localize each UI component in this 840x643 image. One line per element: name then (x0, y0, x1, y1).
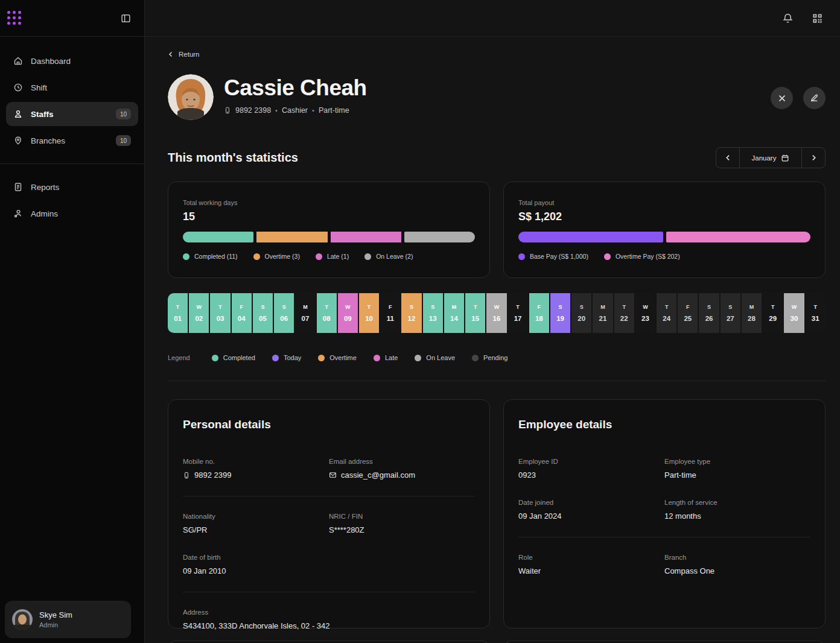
field-label: Email address (329, 458, 475, 465)
statistics-section-header: This month's statistics January (168, 147, 826, 168)
calendar-day[interactable]: T 24 (657, 293, 676, 333)
calendar-day[interactable]: T 29 (763, 293, 783, 333)
profile-header: Cassie Cheah 9892 2398 • Cashier • Part-… (168, 74, 826, 120)
legend-dot-icon (212, 355, 218, 361)
calendar-day[interactable]: S 05 (253, 293, 273, 333)
envelope-icon (329, 471, 337, 479)
sidebar-item-staffs[interactable]: Staffs 10 (6, 102, 138, 126)
calendar-day-letter: F (240, 304, 244, 310)
employee-role: Cashier (282, 106, 308, 115)
calendar-day[interactable]: T 03 (210, 293, 230, 333)
calendar-day[interactable]: T 10 (359, 293, 379, 333)
calendar-day[interactable]: W 02 (189, 293, 209, 333)
calendar-day-letter: M (452, 304, 457, 310)
calendar-day[interactable]: T 17 (508, 293, 528, 333)
app-logo-grid-icon[interactable] (7, 11, 22, 25)
calendar-day-letter: W (494, 304, 500, 310)
bar-segment (404, 232, 475, 242)
calendar-day-letter: T (474, 304, 477, 310)
calendar-day[interactable]: M 21 (593, 293, 612, 333)
calendar-day[interactable]: W 09 (338, 293, 358, 333)
working-days-label: Total working days (183, 199, 475, 206)
next-month-button[interactable] (801, 148, 825, 168)
calendar-day[interactable]: F 11 (380, 293, 400, 333)
sidebar-item-label: Admins (31, 209, 58, 218)
field-label: Branch (664, 554, 810, 561)
calendar-day[interactable]: S 12 (401, 293, 421, 333)
calendar-day-letter: W (643, 304, 648, 310)
calendar-day[interactable]: S 06 (274, 293, 294, 333)
calendar-day[interactable]: W 23 (635, 293, 655, 333)
calendar-legend: Legend Completed Today Overtime (168, 354, 826, 361)
sidebar-item-shift[interactable]: Shift (6, 75, 138, 100)
legend-dot-icon (415, 355, 421, 361)
calendar-day-number: 04 (238, 315, 246, 322)
sidebar-item-dashboard[interactable]: Dashboard (6, 49, 138, 73)
calendar-day[interactable]: M 07 (295, 293, 315, 333)
employee-phone: 9892 2398 (235, 106, 271, 115)
calendar-day[interactable]: F 18 (529, 293, 549, 333)
calendar-day[interactable]: S 20 (571, 293, 591, 333)
qr-code-icon[interactable] (809, 10, 826, 27)
calendar-day-number: 29 (769, 315, 777, 322)
profile-actions (771, 74, 826, 109)
dot-separator: • (275, 107, 278, 114)
calendar-day-letter: S (707, 304, 711, 310)
personal-row-dob: Date of birth 09 Jan 2010 (183, 554, 475, 575)
field-label: Mobile no. (183, 458, 329, 465)
legend-label: On Leave (426, 354, 455, 361)
month-picker-button[interactable]: January (740, 148, 801, 168)
nric-value: S****280Z (329, 525, 364, 534)
bar-segment (331, 232, 401, 242)
calendar-day[interactable]: T 08 (317, 293, 337, 333)
calendar-day[interactable]: F 25 (678, 293, 698, 333)
sidebar-item-label: Staffs (31, 110, 54, 119)
nationality-value: SG/PR (183, 525, 207, 534)
legend-dot-icon (318, 355, 325, 361)
previous-month-button[interactable] (716, 148, 740, 168)
dot-separator: • (312, 107, 314, 114)
calendar-day[interactable]: M 14 (444, 293, 464, 333)
current-user-card[interactable]: Skye Sim Admin (5, 601, 131, 638)
payout-bar (518, 232, 810, 242)
calendar-day-number: 21 (599, 315, 607, 322)
calendar-day-number: 09 (344, 315, 352, 322)
legend-item: Completed (11) (183, 253, 238, 260)
calendar-day[interactable]: T 01 (168, 293, 188, 333)
calendar-day-letter: T (368, 304, 371, 310)
employee-type-value: Part-time (664, 470, 696, 480)
calendar-day-number: 10 (365, 315, 373, 322)
calendar-day[interactable]: T 22 (614, 293, 634, 333)
calendar-day[interactable]: S 19 (550, 293, 570, 333)
calendar-day[interactable]: S 26 (699, 293, 719, 333)
return-link[interactable]: Return (168, 51, 200, 58)
calendar-day-letter: F (389, 304, 392, 310)
edit-button[interactable] (803, 87, 826, 109)
calendar-day[interactable]: S 13 (423, 293, 443, 333)
field-label: Date of birth (183, 554, 329, 561)
calendar-day-letter: T (813, 304, 817, 310)
bar-segment (666, 232, 811, 242)
phone-icon (183, 472, 190, 479)
sidebar-collapse-icon[interactable] (118, 11, 133, 26)
field-label: Nationality (183, 513, 329, 520)
calendar-day[interactable]: F 04 (232, 293, 252, 333)
sidebar-item-reports[interactable]: Reports (6, 175, 138, 199)
legend-item: Late (1) (316, 253, 349, 260)
calendar-day-letter: W (792, 304, 797, 310)
legend-dot-icon (183, 253, 189, 260)
calendar-day[interactable]: W 30 (784, 293, 804, 333)
profile-text: Cassie Cheah 9892 2398 • Cashier • Part-… (224, 74, 367, 115)
calendar-day[interactable]: T 31 (806, 293, 826, 333)
sidebar-item-branches[interactable]: Branches 10 (6, 128, 138, 153)
notifications-bell-icon[interactable] (780, 10, 796, 27)
sidebar-item-admins[interactable]: Admins (6, 201, 138, 226)
deactivate-button[interactable] (771, 87, 793, 109)
calendar-day[interactable]: S 27 (721, 293, 740, 333)
field-label: Address (183, 609, 475, 616)
legend-label: Late (385, 354, 398, 361)
calendar-day[interactable]: T 15 (465, 293, 485, 333)
calendar-day[interactable]: M 28 (742, 293, 762, 333)
calendar-day[interactable]: W 16 (486, 293, 506, 333)
calendar-day-letter: S (282, 304, 286, 310)
